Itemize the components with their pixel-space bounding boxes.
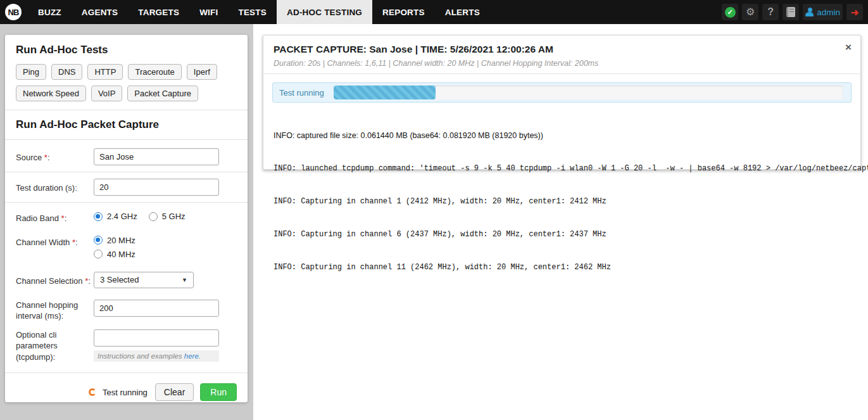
nav-item-wifi[interactable]: WIFI xyxy=(189,0,228,24)
close-icon[interactable]: × xyxy=(845,42,852,53)
radio-band-options: 2.4 GHz 5 GHz xyxy=(94,209,186,221)
nav-item-tests[interactable]: TESTS xyxy=(228,0,277,24)
test-running-status: Test running xyxy=(103,388,148,397)
person-icon xyxy=(805,8,814,16)
log-line: INFO: launched tcpdump command: 'timeout… xyxy=(274,163,860,174)
source-label: Source *: xyxy=(16,148,94,163)
help-button[interactable]: ? xyxy=(762,4,779,20)
radio-band-option-24ghz[interactable]: 2.4 GHz xyxy=(94,212,137,221)
dropdown-value: 3 Selected xyxy=(100,275,139,284)
result-subtitle: Duration: 20s | Channels: 1,6,11 | Chann… xyxy=(274,59,850,68)
status-ok-button[interactable]: ✓ xyxy=(722,4,738,20)
divider xyxy=(5,110,248,110)
panel-title: Run Ad-Hoc Tests xyxy=(16,44,237,56)
duration-row: Test duration (s): xyxy=(16,179,237,196)
progress-bar xyxy=(334,86,843,99)
nav-item-reports[interactable]: REPORTS xyxy=(372,0,435,24)
netbeez-logo-icon: NB xyxy=(5,4,22,20)
result-header: PACKET CAPTURE: San Jose | TIME: 5/26/20… xyxy=(263,35,860,68)
nav-item-agents[interactable]: AGENTS xyxy=(72,0,128,24)
channel-selection-row: Channel Selection *: 3 Selected ▼ xyxy=(16,272,237,288)
log-line: INFO: Capturing in channel 11 (2462 MHz)… xyxy=(274,262,860,272)
hop-interval-label: Channel hopping interval (ms): xyxy=(16,300,94,322)
progress-strip: Test running xyxy=(272,82,852,103)
book-icon xyxy=(786,7,795,17)
duration-input[interactable] xyxy=(94,179,219,196)
test-button-dns[interactable]: DNS xyxy=(51,64,82,80)
gear-icon: ⚙ xyxy=(746,7,755,17)
chevron-down-icon: ▼ xyxy=(182,277,187,283)
cli-params-input[interactable] xyxy=(94,329,219,347)
radio-band-row: Radio Band *: 2.4 GHz 5 GHz xyxy=(16,209,237,224)
user-menu[interactable]: admin xyxy=(803,4,843,20)
radio-selected-icon xyxy=(94,212,103,221)
nav-item-adhoc-testing[interactable]: AD-HOC TESTING xyxy=(277,0,372,24)
source-row: Source *: xyxy=(16,148,237,165)
run-button[interactable]: Run xyxy=(200,383,237,401)
nav-item-alerts[interactable]: ALERTS xyxy=(435,0,490,24)
logout-button[interactable]: ➜ xyxy=(846,4,863,20)
clear-button[interactable]: Clear xyxy=(155,383,194,401)
radio-unselected-icon xyxy=(149,212,158,221)
source-input[interactable] xyxy=(94,148,219,165)
result-title: PACKET CAPTURE: San Jose | TIME: 5/26/20… xyxy=(274,44,850,55)
divider xyxy=(263,73,860,74)
channel-width-options: 20 MHz 40 MHz xyxy=(94,233,135,259)
channel-width-label: Channel Width *: xyxy=(16,233,94,248)
logout-icon: ➜ xyxy=(851,8,859,17)
progress-label: Test running xyxy=(279,88,324,98)
channel-width-row: Channel Width *: 20 MHz 40 MHz xyxy=(16,233,237,259)
log-line: INFO: Capturing in channel 6 (2437 MHz),… xyxy=(274,229,860,239)
sidebar-background: Run Ad-Hoc Tests Ping DNS HTTP Tracerout… xyxy=(0,24,253,420)
form-footer: Test running Clear Run xyxy=(16,379,237,401)
help-link[interactable]: here xyxy=(184,352,199,360)
channel-width-option-20mhz[interactable]: 20 MHz xyxy=(94,236,135,245)
capture-log-output: INFO: captured file size: 0.061440 MB (b… xyxy=(263,103,860,295)
top-navbar: NB BUZZ AGENTS TARGETS WIFI TESTS AD-HOC… xyxy=(0,0,868,24)
question-icon: ? xyxy=(767,6,774,18)
channel-width-option-40mhz[interactable]: 40 MHz xyxy=(94,250,135,259)
log-line: INFO: Capturing in channel 1 (2412 MHz),… xyxy=(274,196,860,207)
logs-button[interactable] xyxy=(783,4,799,20)
nav-item-targets[interactable]: TARGETS xyxy=(128,0,189,24)
radio-band-option-5ghz[interactable]: 5 GHz xyxy=(149,212,186,221)
nav-item-buzz[interactable]: BUZZ xyxy=(28,0,72,24)
test-button-network-speed[interactable]: Network Speed xyxy=(16,86,86,101)
check-circle-icon: ✓ xyxy=(725,7,736,18)
divider xyxy=(5,202,248,203)
divider xyxy=(5,372,248,373)
netbeez-logo[interactable]: NB xyxy=(0,0,28,24)
settings-button[interactable]: ⚙ xyxy=(742,4,758,20)
divider xyxy=(5,139,248,140)
test-button-http[interactable]: HTTP xyxy=(87,64,123,80)
radio-unselected-icon xyxy=(94,250,103,258)
hop-interval-row: Channel hopping interval (ms): xyxy=(16,300,237,322)
packet-capture-result-panel: PACKET CAPTURE: San Jose | TIME: 5/26/20… xyxy=(263,35,861,170)
test-button-packet-capture[interactable]: Packet Capture xyxy=(127,86,198,101)
test-button-traceroute[interactable]: Traceroute xyxy=(128,64,181,80)
test-type-buttons: Ping DNS HTTP Traceroute Iperf Network S… xyxy=(16,64,237,101)
radio-band-label: Radio Band *: xyxy=(16,209,94,224)
cli-params-row: Optional cli parameters (tcpdump): Instr… xyxy=(16,329,237,363)
log-line: INFO: captured file size: 0.061440 MB (b… xyxy=(274,130,860,141)
duration-label: Test duration (s): xyxy=(16,179,94,194)
progress-fill xyxy=(334,86,436,99)
radio-selected-icon xyxy=(94,236,103,245)
spinner-icon xyxy=(89,388,96,396)
nav-right-icons: ✓ ⚙ ? admin ➜ xyxy=(718,0,868,24)
test-button-voip[interactable]: VoIP xyxy=(91,86,122,101)
hop-interval-input[interactable] xyxy=(94,300,219,317)
cli-params-label: Optional cli parameters (tcpdump): xyxy=(16,329,94,363)
channel-selection-dropdown[interactable]: 3 Selected ▼ xyxy=(94,272,194,288)
form-title: Run Ad-Hoc Packet Capture xyxy=(16,118,237,131)
cli-params-field-group: Instructions and examples here. xyxy=(94,329,219,362)
test-button-iperf[interactable]: Iperf xyxy=(187,64,217,80)
channel-selection-label: Channel Selection *: xyxy=(16,272,94,287)
username-label: admin xyxy=(817,8,840,17)
adhoc-tests-panel: Run Ad-Hoc Tests Ping DNS HTTP Tracerout… xyxy=(5,35,248,402)
test-button-ping[interactable]: Ping xyxy=(16,64,46,80)
divider xyxy=(5,172,248,172)
cli-params-help: Instructions and examples here. xyxy=(94,350,219,362)
